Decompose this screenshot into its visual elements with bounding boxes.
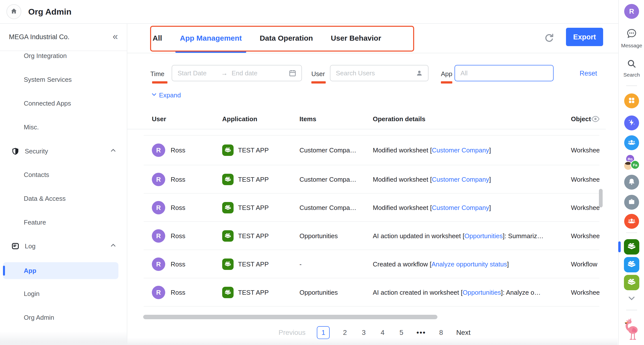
horizontal-scrollbar-thumb[interactable] — [143, 315, 438, 319]
avatar: R — [152, 257, 165, 271]
app-light-green-button[interactable] — [624, 275, 639, 290]
chevron-up-icon[interactable] — [110, 147, 116, 155]
op-link[interactable]: Opportunities — [463, 289, 501, 296]
op-link[interactable]: Customer Company — [432, 176, 489, 183]
op-link[interactable]: Opportunities — [464, 232, 503, 240]
app-dark-green-button[interactable] — [624, 239, 639, 254]
pagination: Previous 1 2 3 4 5 ••• 8 Next — [127, 325, 606, 340]
op-link[interactable]: Customer Company — [432, 204, 489, 211]
app-filter-input[interactable] — [460, 69, 543, 77]
pagination-ellipsis[interactable]: ••• — [416, 329, 426, 336]
app-name: TEST APP — [238, 289, 269, 296]
pagination-page-3[interactable]: 3 — [360, 329, 367, 336]
sidebar-item-feature[interactable]: Feature — [0, 214, 127, 231]
sidebar-item-login[interactable]: Login — [0, 285, 127, 302]
tab-label: App Management — [180, 34, 242, 42]
home-button[interactable] — [6, 4, 21, 19]
app-brick-icon — [222, 287, 234, 298]
app-name: TEST APP — [238, 232, 269, 240]
user-search-input[interactable] — [336, 69, 401, 77]
pagination-page-4[interactable]: 4 — [379, 329, 386, 336]
quick-actions-button[interactable] — [624, 116, 639, 130]
people-icon — [627, 138, 636, 148]
chevron-down-icon — [151, 92, 157, 99]
apps-grid-button[interactable] — [624, 93, 639, 108]
sidebar-group-log[interactable]: Log — [0, 238, 127, 254]
end-date-input[interactable] — [231, 69, 267, 77]
user-name: Ross — [171, 146, 185, 154]
object-cell: Worksheet — [571, 176, 600, 183]
op-text: ] — [489, 176, 491, 183]
pagination-page-2[interactable]: 2 — [341, 329, 348, 336]
table-row[interactable]: RRoss TEST APP Customer Compa… Modified … — [127, 165, 600, 194]
tab-data-operation[interactable]: Data Operation — [260, 24, 313, 53]
column-header-application: Application — [222, 115, 257, 123]
message-button[interactable] — [626, 28, 637, 40]
rail-more-button[interactable] — [628, 294, 636, 303]
brick-icon — [627, 259, 636, 270]
pagination-next[interactable]: Next — [456, 329, 470, 336]
app-filter-box[interactable] — [454, 65, 554, 81]
pagination-page-1[interactable]: 1 — [317, 326, 330, 339]
pagination-page-8[interactable]: 8 — [438, 329, 445, 336]
sidebar-item-system-services[interactable]: System Services — [0, 71, 127, 88]
tab-app-management[interactable]: App Management — [180, 24, 242, 53]
op-link[interactable]: Analyze opportunity status — [432, 260, 507, 268]
start-date-input[interactable] — [177, 69, 218, 77]
hr-people-button[interactable] — [624, 214, 639, 229]
sidebar-item-misc[interactable]: Misc. — [0, 119, 127, 136]
user-filter-label: User — [311, 70, 325, 78]
sidebar-item-org-integration[interactable]: Org Integration — [0, 47, 127, 64]
table-row[interactable]: RRoss TEST APP Customer Compa… Modified … — [127, 194, 600, 222]
sidebar-item-org-admin[interactable]: Org Admin — [0, 309, 127, 326]
search-button[interactable] — [626, 59, 637, 70]
tab-all[interactable]: All — [152, 24, 162, 53]
avatar: R — [152, 144, 165, 157]
sidebar-item-data-access[interactable]: Data & Access — [0, 190, 127, 207]
items-cell: Opportunities — [300, 289, 369, 296]
table-row[interactable]: RRoss TEST APP Opportunities AI action c… — [127, 278, 600, 306]
flamingo-sticker[interactable] — [623, 317, 640, 341]
sidebar-item-app[interactable]: App — [0, 262, 127, 279]
profile-avatar[interactable]: R — [624, 4, 639, 19]
contacts-button[interactable] — [624, 135, 639, 150]
table-header-strip — [144, 129, 600, 136]
rail-divider — [626, 232, 637, 233]
user-cell: RRoss — [152, 229, 185, 243]
user-search-box[interactable] — [330, 65, 428, 81]
table-row[interactable]: RRoss TEST APP Customer Compa… Modified … — [127, 135, 600, 165]
page-title: Org Admin — [28, 7, 71, 17]
eye-icon[interactable] — [591, 115, 600, 123]
message-bubble-icon — [626, 36, 637, 40]
export-button[interactable]: Export — [566, 28, 603, 46]
tab-user-behavior[interactable]: User Behavior — [331, 24, 381, 53]
app-brick-icon — [222, 230, 234, 242]
app-blue-button[interactable] — [624, 257, 639, 272]
chevron-up-icon[interactable] — [110, 242, 116, 250]
shared-space-avatars[interactable]: Ro Fa — [624, 155, 640, 171]
grid-icon — [628, 97, 635, 105]
expand-toggle[interactable]: Expand — [151, 92, 181, 99]
column-header-object-clip: Object — [571, 109, 591, 129]
expand-label: Expand — [159, 92, 181, 99]
user-name: Ross — [171, 260, 185, 268]
sidebar-item-contacts[interactable]: Contacts — [0, 166, 127, 183]
sidebar-group-security[interactable]: Security — [0, 143, 127, 160]
date-range-picker[interactable]: → — [172, 65, 302, 81]
sidebar-collapse-icon[interactable]: « — [113, 32, 118, 43]
pagination-previous[interactable]: Previous — [279, 329, 306, 336]
op-link[interactable]: Customer Company — [432, 146, 489, 154]
refresh-button[interactable] — [544, 33, 555, 44]
notifications-button[interactable] — [624, 175, 639, 190]
table-row[interactable]: RRoss TEST APP Opportunities AI action u… — [127, 222, 600, 250]
table-row[interactable]: RRoss TEST APP - Created a workflow [Ana… — [127, 250, 600, 278]
pagination-page-5[interactable]: 5 — [398, 329, 405, 336]
sidebar-item-connected-apps[interactable]: Connected Apps — [0, 95, 127, 112]
vertical-scrollbar-thumb[interactable] — [599, 189, 603, 207]
org-switcher[interactable]: MEGA Industrial Co. « — [0, 24, 127, 51]
object-cell: Worksheet — [571, 146, 600, 154]
workplace-button[interactable] — [624, 195, 639, 210]
reset-link[interactable]: Reset — [580, 70, 597, 77]
application-cell: TEST APP — [222, 174, 269, 185]
calendar-icon — [288, 69, 296, 77]
